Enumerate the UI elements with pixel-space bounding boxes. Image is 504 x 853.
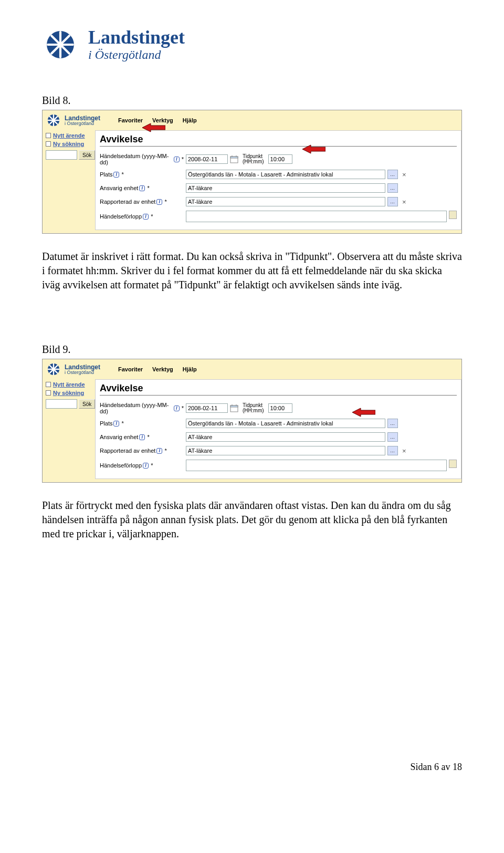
label-tidpunkt-fmt: (HH:mm): [243, 408, 264, 414]
label-forlopp: Händelseförlopp: [100, 213, 142, 220]
expand-textarea-icon[interactable]: [449, 460, 457, 468]
label-tidpunkt-fmt: (HH:mm): [243, 159, 264, 165]
menu-favoriter[interactable]: Favoriter: [118, 117, 143, 123]
picker-button-plats[interactable]: …: [387, 419, 398, 428]
info-icon[interactable]: i: [113, 421, 119, 426]
required-marker: *: [147, 185, 149, 191]
page-header: Landstinget i Östergötland: [42, 26, 462, 63]
info-icon[interactable]: i: [143, 463, 149, 469]
label-plats: Plats: [100, 420, 112, 426]
clear-rapporterad-icon[interactable]: ×: [402, 199, 406, 205]
clear-plats-icon[interactable]: ×: [402, 171, 406, 178]
required-marker: *: [151, 462, 153, 469]
sidebar-nytt-arende[interactable]: Nytt ärende: [46, 132, 92, 139]
info-icon[interactable]: i: [139, 185, 145, 191]
label-datum: Händelsedatum (yyyy-MM-dd): [100, 153, 173, 165]
date-input[interactable]: [186, 154, 228, 164]
svg-rect-22: [230, 405, 238, 407]
landsting-logo: [42, 26, 79, 63]
search-input[interactable]: [46, 399, 77, 409]
forlopp-textarea[interactable]: [186, 460, 447, 471]
expand-textarea-icon[interactable]: [449, 211, 457, 219]
caption-bild8: Bild 8.: [42, 95, 462, 107]
time-input[interactable]: [268, 403, 292, 413]
doc-icon: [46, 133, 51, 138]
time-input[interactable]: [268, 154, 292, 164]
required-marker: *: [164, 448, 166, 454]
date-input[interactable]: [186, 403, 228, 413]
label-ansvarig: Ansvarig enhet: [100, 185, 138, 191]
calendar-icon[interactable]: [230, 404, 238, 412]
required-marker: *: [164, 199, 166, 205]
info-icon[interactable]: i: [156, 448, 162, 454]
label-ansvarig: Ansvarig enhet: [100, 434, 138, 440]
required-marker: *: [182, 405, 184, 411]
forlopp-textarea[interactable]: [186, 211, 447, 222]
doc-icon: [46, 390, 51, 396]
menu-hjalp[interactable]: Hjälp: [183, 117, 197, 123]
info-icon[interactable]: i: [113, 172, 119, 178]
plats-input[interactable]: [186, 170, 385, 179]
label-plats: Plats: [100, 171, 112, 178]
sok-button[interactable]: Sök: [79, 150, 95, 160]
picker-button-ansvarig[interactable]: …: [387, 183, 398, 193]
paragraph-2: Plats är förtryckt med den fysiska plats…: [42, 498, 462, 541]
label-forlopp: Händelseförlopp: [100, 462, 142, 469]
screenshot-bild9: Landstinget i Östergötland Favoriter Ver…: [42, 359, 462, 483]
plats-input[interactable]: [186, 419, 385, 428]
info-icon[interactable]: i: [139, 434, 145, 440]
form-panel: Avvikelse Händelsedatum (yyyy-MM-dd) i *…: [95, 130, 461, 230]
calendar-icon[interactable]: [230, 155, 238, 163]
ansvarig-input[interactable]: [186, 432, 385, 442]
rapporterad-input[interactable]: [186, 197, 385, 206]
form-heading: Avvikelse: [100, 134, 457, 147]
sidebar: Nytt ärende Ny sökning Sök: [43, 130, 95, 230]
menu-verktyg[interactable]: Verktyg: [152, 117, 173, 123]
page-number: Sidan 6 av 18: [42, 762, 462, 773]
sidebar-nytt-arende[interactable]: Nytt ärende: [46, 381, 92, 388]
screenshot-menubar: Landstinget i Östergötland Favoriter Ver…: [43, 359, 461, 379]
label-rapporterad: Rapporterad av enhet: [100, 448, 155, 454]
doc-icon: [46, 141, 51, 147]
search-input[interactable]: [46, 150, 77, 160]
ansvarig-input[interactable]: [186, 183, 385, 193]
required-marker: *: [147, 434, 149, 440]
required-marker: *: [121, 171, 123, 178]
sidebar-ny-sokning[interactable]: Ny sökning: [46, 141, 92, 147]
menu-hjalp[interactable]: Hjälp: [183, 366, 197, 372]
label-datum: Händelsedatum (yyyy-MM-dd): [100, 402, 173, 414]
picker-button-plats[interactable]: …: [387, 170, 398, 179]
mini-logo: Landstinget i Östergötland: [45, 360, 103, 378]
picker-button-rapporterad[interactable]: …: [387, 446, 398, 455]
paragraph-1: Datumet är inskrivet i rätt format. Du k…: [42, 249, 462, 292]
sok-button[interactable]: Sök: [79, 399, 95, 409]
required-marker: *: [121, 420, 123, 426]
form-panel: Avvikelse Händelsedatum (yyyy-MM-dd) i *…: [95, 379, 461, 479]
screenshot-bild8: Landstinget i Östergötland Favoriter Ver…: [42, 110, 462, 234]
info-icon[interactable]: i: [174, 405, 180, 411]
info-icon[interactable]: i: [174, 157, 180, 162]
menu-verktyg[interactable]: Verktyg: [152, 366, 173, 372]
caption-bild9: Bild 9.: [42, 344, 462, 356]
info-icon[interactable]: i: [156, 199, 162, 205]
picker-button-rapporterad[interactable]: …: [387, 197, 398, 206]
sidebar: Nytt ärende Ny sökning Sök: [43, 379, 95, 479]
sidebar-ny-sokning[interactable]: Ny sökning: [46, 390, 92, 396]
required-marker: *: [151, 213, 153, 220]
required-marker: *: [182, 156, 184, 162]
label-rapporterad: Rapporterad av enhet: [100, 199, 155, 205]
svg-rect-11: [230, 157, 238, 158]
picker-button-ansvarig[interactable]: …: [387, 432, 398, 442]
rapporterad-input[interactable]: [186, 446, 385, 455]
org-subtitle: i Östergötland: [88, 48, 185, 62]
form-heading: Avvikelse: [100, 383, 457, 396]
mini-logo: Landstinget i Östergötland: [45, 111, 103, 129]
menu-favoriter[interactable]: Favoriter: [118, 366, 143, 372]
doc-icon: [46, 382, 51, 387]
org-title: Landstinget: [88, 28, 185, 47]
screenshot-menubar: Landstinget i Östergötland Favoriter Ver…: [43, 110, 461, 130]
info-icon[interactable]: i: [143, 214, 149, 220]
clear-rapporterad-icon[interactable]: ×: [402, 448, 406, 454]
